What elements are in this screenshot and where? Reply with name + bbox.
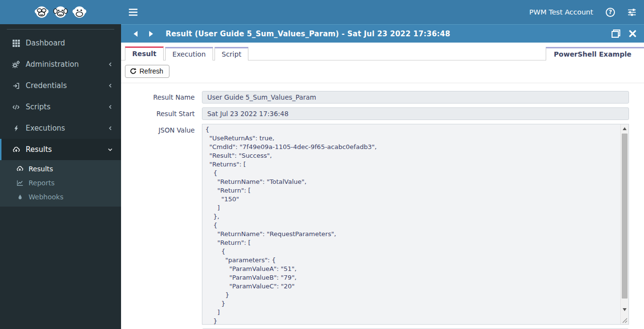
sidebar-item-label: Results (26, 145, 52, 154)
result-form: Result Name Result Start JSON Value { "U… (121, 83, 644, 329)
result-name-row: Result Name (126, 91, 644, 104)
submenu-item-results[interactable]: Results (0, 162, 121, 176)
sidebar-item-label: Credentials (26, 81, 67, 90)
sidebar: Dashboard Administration Credentials (0, 0, 121, 329)
monkey-speak-no-evil-icon (71, 4, 88, 20)
navbar-right-group: PWM Test Account (529, 8, 636, 17)
refresh-icon (130, 68, 137, 75)
cloud-download-icon (15, 165, 24, 172)
chevron-left-icon (107, 104, 113, 110)
sidebar-item-scripts[interactable]: Scripts (0, 96, 121, 118)
result-titlebar: Result (User Guide 5_Sum_Values_Param) -… (121, 24, 644, 43)
monkey-hear-no-evil-icon (52, 4, 69, 20)
scrollbar-thumb[interactable] (622, 134, 628, 299)
chevron-left-icon (107, 82, 113, 89)
close-icon[interactable] (629, 30, 636, 37)
sliders-icon[interactable] (628, 8, 636, 16)
results-submenu: Results Reports Webhooks (0, 160, 121, 207)
page-title: Result (User Guide 5_Sum_Values_Param) -… (166, 30, 450, 38)
json-value-textarea[interactable]: { "UseReturnAs": true, "CmdId": "7f49e09… (202, 124, 629, 325)
main-column: PWM Test Account Result (User Guide 5_Su… (121, 0, 644, 329)
cloud-download-icon (11, 146, 21, 153)
result-name-label: Result Name (126, 91, 199, 101)
sign-in-icon (11, 82, 21, 90)
back-arrow-button[interactable] (134, 31, 138, 37)
submenu-item-reports[interactable]: Reports (0, 176, 121, 190)
droplet-icon (15, 194, 24, 200)
content-panel: Result Execution Script PowerShell Examp… (121, 43, 644, 329)
refresh-button[interactable]: Refresh (125, 65, 169, 78)
chevron-left-icon (107, 125, 113, 132)
refresh-button-label: Refresh (139, 67, 163, 75)
result-start-label: Result Start (126, 107, 199, 118)
submenu-item-label: Webhooks (29, 193, 63, 201)
textarea-scrollbar[interactable] (620, 124, 629, 324)
scrollbar-up-button[interactable] (621, 124, 629, 133)
json-value-label: JSON Value (126, 124, 199, 134)
submenu-item-label: Reports (29, 179, 55, 187)
chevron-down-icon (107, 147, 113, 153)
code-icon (11, 104, 21, 111)
chevron-left-icon (107, 61, 113, 68)
resize-handle[interactable] (621, 314, 629, 324)
tab-script[interactable]: Script (215, 47, 249, 60)
gears-icon (11, 60, 21, 68)
sidebar-menu: Dashboard Administration Credentials (0, 32, 121, 160)
restore-window-icon[interactable] (612, 30, 620, 38)
account-menu[interactable]: PWM Test Account (529, 8, 593, 16)
hamburger-menu-icon[interactable] (129, 9, 138, 16)
app-window: Dashboard Administration Credentials (0, 0, 644, 329)
sidebar-item-label: Administration (26, 60, 79, 69)
sidebar-item-label: Executions (26, 124, 65, 133)
top-navbar: PWM Test Account (121, 0, 644, 24)
sidebar-item-executions[interactable]: Executions (0, 118, 121, 139)
chart-line-icon (15, 179, 24, 186)
result-start-input[interactable] (202, 107, 629, 120)
submenu-item-webhooks[interactable]: Webhooks (0, 190, 121, 204)
bolt-icon (11, 125, 21, 132)
sidebar-divider (7, 29, 114, 30)
result-start-row: Result Start (126, 107, 644, 120)
help-icon[interactable] (606, 8, 615, 17)
sidebar-item-label: Scripts (26, 103, 50, 111)
sidebar-item-administration[interactable]: Administration (0, 54, 121, 75)
submenu-item-label: Results (29, 165, 53, 173)
result-name-input[interactable] (202, 91, 629, 104)
tab-result[interactable]: Result (125, 46, 164, 60)
app-logo[interactable] (0, 0, 121, 24)
sidebar-item-dashboard[interactable]: Dashboard (0, 32, 121, 54)
tab-bar: Result Execution Script PowerShell Examp… (121, 43, 644, 60)
monkey-see-no-evil-icon (33, 4, 50, 20)
scrollbar-track[interactable] (621, 133, 629, 305)
scrollbar-down-button[interactable] (621, 305, 629, 314)
json-value-content[interactable]: { "UseReturnAs": true, "CmdId": "7f49e09… (202, 124, 620, 324)
tab-execution[interactable]: Execution (165, 47, 213, 60)
tab-powershell-example[interactable]: PowerShell Example (546, 47, 644, 60)
forward-arrow-button[interactable] (149, 31, 153, 37)
sidebar-item-label: Dashboard (26, 39, 65, 47)
toolbar: Refresh (121, 60, 644, 83)
json-value-row: JSON Value { "UseReturnAs": true, "CmdId… (126, 124, 644, 325)
sidebar-item-results[interactable]: Results (0, 139, 121, 160)
grid-icon (11, 40, 21, 47)
titlebar-actions (612, 30, 636, 38)
sidebar-item-credentials[interactable]: Credentials (0, 75, 121, 96)
